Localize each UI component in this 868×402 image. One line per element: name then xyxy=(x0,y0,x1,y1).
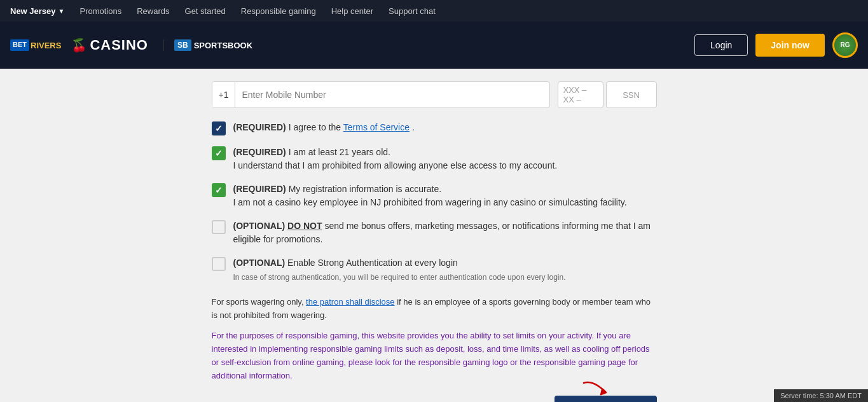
sportsbook-label: SPORTSBOOK xyxy=(194,41,252,50)
content-area: +1 XXX – XX – SSN ✓ (REQUIRED) I agree t… xyxy=(0,69,868,402)
marketing-label: (OPTIONAL) DO NOT send me bonus offers, … xyxy=(233,219,657,246)
nav-rewards[interactable]: Rewards xyxy=(137,6,169,16)
phone-ssn-row: +1 XXX – XX – SSN xyxy=(212,81,657,108)
server-time: Server time: 5:30 AM EDT xyxy=(774,389,868,402)
checkmark-icon: ✓ xyxy=(215,148,223,158)
tos-label: (REQUIRED) I agree to the Terms of Servi… xyxy=(233,121,415,134)
red-arrow-svg xyxy=(581,377,619,402)
sports-text1: For sports wagering only, xyxy=(212,297,307,307)
phone-field-wrapper: +1 xyxy=(212,81,550,108)
age-label: (REQUIRED) I am at least 21 years old. I… xyxy=(233,146,558,172)
marketing-checkbox[interactable] xyxy=(212,220,226,234)
registration-label: (REQUIRED) My registration information i… xyxy=(233,183,627,209)
checkbox-registration: ✓ (REQUIRED) My registration information… xyxy=(212,183,657,209)
checkbox-section: ✓ (REQUIRED) I agree to the Terms of Ser… xyxy=(212,121,657,283)
registration-checkbox[interactable]: ✓ xyxy=(212,183,226,197)
reg-text: My registration information is accurate. xyxy=(289,184,441,194)
rg-badge: RG xyxy=(832,32,858,58)
age-checkbox[interactable]: ✓ xyxy=(212,146,226,160)
auth-optional: (OPTIONAL) xyxy=(233,258,286,268)
checkbox-age: ✓ (REQUIRED) I am at least 21 years old.… xyxy=(212,146,657,172)
nav-responsible-gaming[interactable]: Responsible gaming xyxy=(241,6,316,16)
region-label: New Jersey xyxy=(10,6,56,16)
tos-text2: . xyxy=(412,122,415,132)
age-subtext: I understand that I am prohibited from a… xyxy=(233,160,558,170)
complete-wrapper: COMPLETE xyxy=(555,396,657,402)
reg-required: (REQUIRED) xyxy=(233,184,286,194)
auth-text: Enable Strong Authentication at every lo… xyxy=(287,258,458,268)
action-row: ‹ Back to Step 2 COMPLETE xyxy=(212,396,657,402)
nav-promotions[interactable]: Promotions xyxy=(79,6,121,16)
age-required: (REQUIRED) xyxy=(233,147,286,157)
tos-text1: I agree to the xyxy=(289,122,343,132)
login-button[interactable]: Login xyxy=(694,34,748,56)
tos-link[interactable]: Terms of Service xyxy=(343,122,410,132)
phone-input[interactable] xyxy=(235,90,549,100)
strong-auth-checkbox[interactable] xyxy=(212,257,226,271)
age-text: I am at least 21 years old. xyxy=(289,147,390,157)
checkbox-tos: ✓ (REQUIRED) I agree to the Terms of Ser… xyxy=(212,121,657,135)
checkbox-strong-auth-wrapper: (OPTIONAL) Enable Strong Authentication … xyxy=(212,256,657,283)
casino-label: CASINO xyxy=(90,37,148,53)
betrivers-logo[interactable]: BET RIVERS xyxy=(10,39,61,50)
chevron-down-icon: ▼ xyxy=(59,8,65,15)
registration-form: +1 XXX – XX – SSN ✓ (REQUIRED) I agree t… xyxy=(212,81,657,402)
ssn-last[interactable]: SSN xyxy=(606,81,657,108)
sb-icon: SB xyxy=(174,39,191,51)
ssn-prefix: XXX – XX – xyxy=(558,81,603,108)
logo-area: BET RIVERS 🍒 CASINO SB SPORTSBOOK xyxy=(10,37,252,53)
ssn-row: XXX – XX – SSN xyxy=(558,81,657,108)
checkbox-strong-auth: (OPTIONAL) Enable Strong Authentication … xyxy=(212,256,657,271)
join-button[interactable]: Join now xyxy=(755,34,825,57)
tos-required: (REQUIRED) xyxy=(233,122,286,132)
header-right: Login Join now RG xyxy=(694,32,858,58)
checkbox-marketing: (OPTIONAL) DO NOT send me bonus offers, … xyxy=(212,219,657,246)
region-selector[interactable]: New Jersey ▼ xyxy=(10,6,64,16)
strong-auth-helper: In case of strong authentication, you wi… xyxy=(233,272,657,283)
patron-disclose-link[interactable]: the patron shall disclose xyxy=(306,297,394,307)
reg-subtext: I am not a casino key employee in NJ pro… xyxy=(233,197,627,207)
nav-get-started[interactable]: Get started xyxy=(185,6,226,16)
bet-text: BET xyxy=(10,39,29,50)
tos-checkbox[interactable]: ✓ xyxy=(212,121,226,135)
rivers-text: RIVERS xyxy=(31,41,61,50)
cherry-icon: 🍒 xyxy=(71,38,87,53)
top-nav: New Jersey ▼ Promotions Rewards Get star… xyxy=(0,0,868,22)
main-header: BET RIVERS 🍒 CASINO SB SPORTSBOOK Login … xyxy=(0,22,868,69)
sports-wagering-paragraph: For sports wagering only, the patron sha… xyxy=(212,296,657,322)
rg-label: RG xyxy=(841,42,850,48)
nav-help-center[interactable]: Help center xyxy=(331,6,373,16)
nav-support-chat[interactable]: Support chat xyxy=(389,6,436,16)
checkmark-icon: ✓ xyxy=(215,185,223,195)
casino-logo[interactable]: 🍒 CASINO xyxy=(71,37,148,53)
checkmark-icon: ✓ xyxy=(215,123,223,134)
strong-auth-label: (OPTIONAL) Enable Strong Authentication … xyxy=(233,256,458,270)
phone-prefix: +1 xyxy=(212,82,236,107)
do-not-text: DO NOT xyxy=(287,221,322,231)
responsible-gaming-paragraph: For the purposes of responsible gaming, … xyxy=(212,329,657,382)
mkt-optional: (OPTIONAL) xyxy=(233,221,286,231)
sportsbook-logo[interactable]: SB SPORTSBOOK xyxy=(163,39,252,51)
arrow-indicator xyxy=(581,377,619,402)
